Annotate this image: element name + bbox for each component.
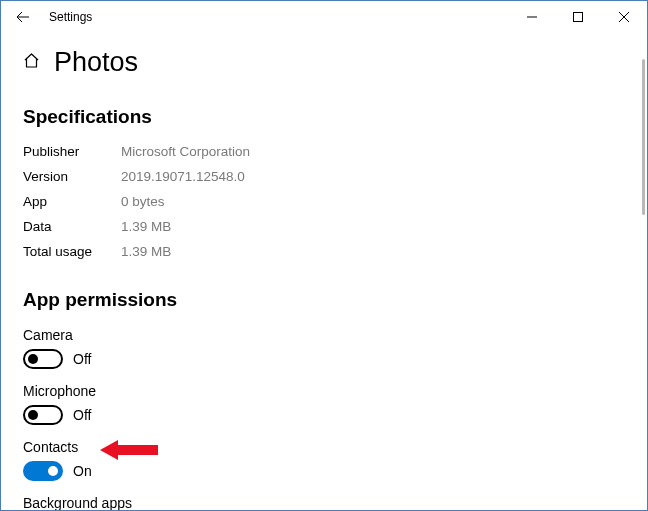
window-controls <box>509 1 647 33</box>
spec-label: Total usage <box>23 244 121 259</box>
perm-label: Microphone <box>23 383 625 399</box>
toggle-state: Off <box>73 351 91 367</box>
minimize-button[interactable] <box>509 1 555 33</box>
permission-camera: Camera Off <box>23 327 625 369</box>
spec-row: Total usage 1.39 MB <box>23 244 625 259</box>
home-icon[interactable] <box>23 52 40 73</box>
spec-label: Version <box>23 169 121 184</box>
toggle-state: Off <box>73 407 91 423</box>
spec-value: Microsoft Corporation <box>121 144 250 159</box>
perm-label: Contacts <box>23 439 625 455</box>
content-area: Photos Specifications Publisher Microsof… <box>1 33 647 510</box>
microphone-toggle[interactable] <box>23 405 63 425</box>
permissions-section: App permissions Camera Off Microphone Of… <box>23 289 625 510</box>
spec-label: Data <box>23 219 121 234</box>
spec-label: Publisher <box>23 144 121 159</box>
spec-value: 1.39 MB <box>121 219 171 234</box>
app-title: Settings <box>49 10 92 24</box>
toggle-row: Off <box>23 349 625 369</box>
permission-background-apps: Background apps On <box>23 495 625 510</box>
contacts-toggle[interactable] <box>23 461 63 481</box>
back-button[interactable] <box>5 1 41 33</box>
toggle-state: On <box>73 463 92 479</box>
perm-label: Camera <box>23 327 625 343</box>
maximize-icon <box>573 12 583 22</box>
permission-microphone: Microphone Off <box>23 383 625 425</box>
maximize-button[interactable] <box>555 1 601 33</box>
spec-row: Version 2019.19071.12548.0 <box>23 169 625 184</box>
spec-value: 2019.19071.12548.0 <box>121 169 245 184</box>
spec-label: App <box>23 194 121 209</box>
spec-value: 1.39 MB <box>121 244 171 259</box>
toggle-row: Off <box>23 405 625 425</box>
specifications-heading: Specifications <box>23 106 625 128</box>
svg-rect-0 <box>574 13 583 22</box>
close-button[interactable] <box>601 1 647 33</box>
permissions-heading: App permissions <box>23 289 625 311</box>
spec-row: Data 1.39 MB <box>23 219 625 234</box>
page-header: Photos <box>23 47 625 78</box>
minimize-icon <box>527 12 537 22</box>
scrollbar[interactable] <box>642 59 645 215</box>
page-title: Photos <box>54 47 138 78</box>
toggle-row: On <box>23 461 625 481</box>
permission-contacts: Contacts On <box>23 439 625 481</box>
titlebar: Settings <box>1 1 647 33</box>
arrow-left-icon <box>16 10 30 24</box>
perm-label: Background apps <box>23 495 625 510</box>
spec-row: App 0 bytes <box>23 194 625 209</box>
spec-value: 0 bytes <box>121 194 165 209</box>
camera-toggle[interactable] <box>23 349 63 369</box>
specifications-list: Publisher Microsoft Corporation Version … <box>23 144 625 259</box>
spec-row: Publisher Microsoft Corporation <box>23 144 625 159</box>
close-icon <box>619 12 629 22</box>
